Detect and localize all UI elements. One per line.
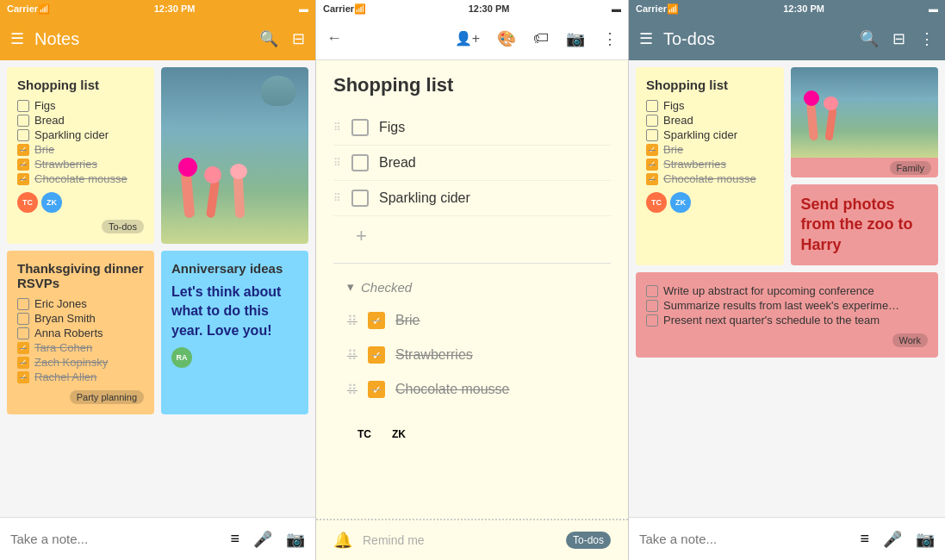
mid-camera-icon[interactable]: 📷 — [566, 29, 585, 48]
left-carrier: Carrier — [7, 3, 38, 14]
rachel-checkbox[interactable]: ✓ — [17, 371, 29, 383]
item-brie: ✓ Brie — [17, 143, 144, 156]
sparkling-checkbox[interactable] — [17, 129, 29, 141]
add-person-icon[interactable]: 👤+ — [455, 30, 480, 47]
left-camera-icon[interactable]: 📷 — [286, 530, 305, 549]
strawberries-checkbox[interactable]: ✓ — [17, 159, 29, 171]
right-list-icon[interactable]: ≡ — [860, 530, 869, 549]
label-icon[interactable]: 🏷 — [533, 29, 549, 47]
right-take-note-input[interactable] — [639, 532, 860, 546]
bryan-checkbox[interactable] — [17, 313, 29, 325]
back-button[interactable]: ← — [326, 29, 342, 47]
palette-icon[interactable]: 🎨 — [497, 29, 516, 48]
choc-mid-checkbox[interactable]: ✓ — [368, 381, 385, 398]
r-bread-checkbox[interactable] — [646, 115, 658, 127]
left-grid-icon[interactable]: ⊟ — [292, 29, 305, 48]
party-tag[interactable]: Party planning — [70, 390, 144, 404]
brie-checkbox[interactable]: ✓ — [17, 144, 29, 156]
checked-toggle-button[interactable]: ▾ Checked — [333, 271, 611, 303]
work-cb-1[interactable] — [646, 285, 658, 297]
right-grid-icon[interactable]: ⊟ — [892, 29, 905, 48]
work-tag[interactable]: Work — [892, 333, 928, 347]
left-list-icon[interactable]: ≡ — [230, 530, 239, 549]
mid-item-bread: ⠿ Bread — [333, 146, 611, 181]
work-cb-2[interactable] — [646, 300, 658, 312]
right-carrier: Carrier — [636, 3, 667, 14]
choc-mid-label: Chocolate mousse — [395, 382, 510, 397]
r-figs-checkbox[interactable] — [646, 100, 658, 112]
bread-mid-checkbox[interactable] — [351, 154, 369, 171]
left-time: 12:30 PM — [50, 3, 299, 14]
r-straw-checkbox[interactable]: ✓ — [646, 159, 658, 171]
item-eric: Eric Jones — [17, 297, 144, 310]
figs-drag: ⠿ — [333, 121, 341, 134]
choc-drag: ⠿ — [347, 382, 357, 398]
right-search-icon[interactable]: 🔍 — [860, 29, 879, 48]
right-mic-icon[interactable]: 🎤 — [883, 530, 902, 549]
left-flamingo-card[interactable] — [161, 67, 308, 244]
figs-mid-checkbox[interactable] — [351, 119, 369, 136]
bread-checkbox[interactable] — [17, 115, 29, 127]
thanksgiving-tags: Party planning — [17, 390, 144, 404]
right-work-card[interactable]: Write up abstract for upcoming conferenc… — [636, 272, 938, 358]
right-wifi-icon: 📶 — [667, 3, 679, 15]
right-send-photos-card[interactable]: Send photos from the zoo to Harry — [791, 184, 939, 265]
todos-tag[interactable]: To-dos — [102, 220, 144, 233]
right-scroll-area: Shopping list Figs Bread Sparkling cider… — [629, 60, 945, 517]
anna-checkbox[interactable] — [17, 327, 29, 339]
todos-badge: To-dos — [566, 532, 611, 549]
right-shopping-card[interactable]: Shopping list Figs Bread Sparkling cider… — [636, 67, 784, 265]
right-status-bar: Carrier 📶 12:30 PM ▬ — [629, 0, 945, 17]
right-family-tag[interactable]: Family — [890, 161, 931, 175]
work-item-2: Summarize results from last week's exper… — [646, 299, 928, 312]
zach-checkbox[interactable]: ✓ — [17, 357, 29, 369]
shopping-avatars: TC ZK — [17, 192, 144, 213]
mid-avatars: TC ZK — [333, 407, 611, 462]
item-strawberries: ✓ Strawberries — [17, 158, 144, 171]
bell-icon[interactable]: 🔔 — [333, 531, 352, 550]
add-item-button[interactable]: + — [333, 216, 611, 256]
more-icon[interactable]: ⋮ — [602, 29, 618, 48]
remind-me-label: Remind me — [363, 533, 556, 547]
work-cb-3[interactable] — [646, 314, 658, 327]
middle-panel: Carrier 📶 12:30 PM ▬ ← 👤+ 🎨 🏷 📷 ⋮ Shoppi… — [316, 0, 629, 560]
r-brie-checkbox[interactable]: ✓ — [646, 144, 658, 156]
r-item-brie: ✓ Brie — [646, 143, 774, 156]
left-take-note-input[interactable] — [10, 532, 230, 546]
eric-checkbox[interactable] — [17, 298, 29, 310]
left-thanksgiving-card[interactable]: Thanksgiving dinner RSVPs Eric Jones Bry… — [7, 251, 154, 414]
mid-avatar-1: TC — [351, 420, 378, 448]
mid-battery-icon: ▬ — [612, 3, 621, 14]
right-flamingo-card[interactable]: Family — [791, 67, 939, 177]
right-camera-icon[interactable]: 📷 — [916, 530, 935, 549]
right-title: To-dos — [663, 29, 860, 49]
right-menu-icon[interactable]: ☰ — [639, 29, 653, 48]
sparkling-mid-checkbox[interactable] — [351, 190, 369, 207]
figs-checkbox[interactable] — [17, 100, 29, 112]
left-anniversary-card[interactable]: Anniversary ideas Let's think about what… — [161, 251, 308, 414]
straw-mid-label: Strawberries — [395, 347, 473, 363]
left-shopping-list-card[interactable]: Shopping list Figs Bread Sparkling cider… — [7, 67, 154, 244]
anniversary-title: Anniversary ideas — [171, 261, 298, 276]
r-sparkling-checkbox[interactable] — [646, 129, 658, 141]
left-notes-grid: Shopping list Figs Bread Sparkling cider… — [7, 67, 308, 414]
item-chocolate: ✓ Chocolate mousse — [17, 172, 144, 185]
tara-checkbox[interactable]: ✓ — [17, 342, 29, 354]
left-search-icon[interactable]: 🔍 — [259, 29, 278, 48]
mid-note-area: Shopping list ⠿ Figs ⠿ Bread ⠿ Sparkling… — [316, 60, 628, 476]
brie-mid-label: Brie — [395, 313, 420, 328]
anniversary-avatar: RA — [171, 347, 192, 368]
right-more-icon[interactable]: ⋮ — [919, 29, 935, 48]
item-rachel: ✓ Rachel Allen — [17, 370, 144, 383]
left-menu-icon[interactable]: ☰ — [10, 29, 24, 48]
sparkling-drag: ⠿ — [333, 192, 341, 204]
r-item-bread: Bread — [646, 114, 774, 127]
r-choc-checkbox[interactable]: ✓ — [646, 173, 658, 185]
straw-mid-checkbox[interactable]: ✓ — [368, 346, 385, 364]
left-title: Notes — [34, 29, 259, 49]
chocolate-checkbox[interactable]: ✓ — [17, 173, 29, 185]
brie-mid-checkbox[interactable]: ✓ — [368, 312, 385, 329]
left-top-bar: ☰ Notes 🔍 ⊟ — [0, 17, 315, 60]
left-mic-icon[interactable]: 🎤 — [253, 530, 272, 549]
work-tags: Work — [646, 333, 928, 347]
